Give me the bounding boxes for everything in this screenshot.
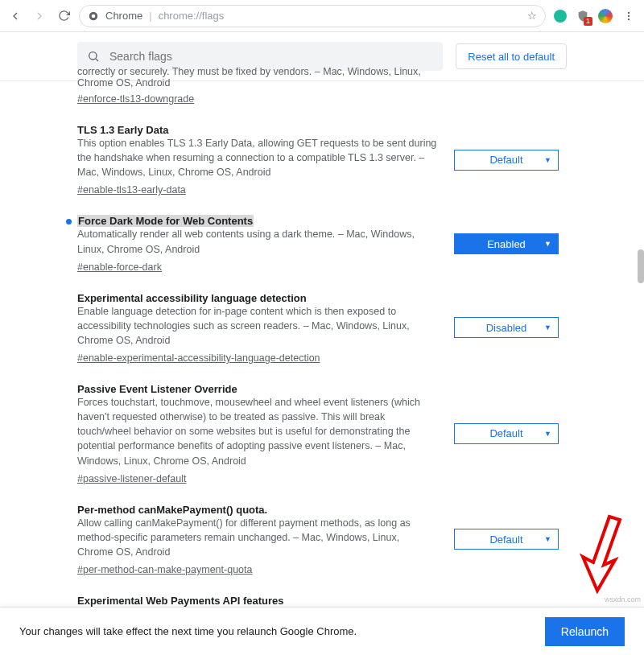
chevron-down-icon: ▼	[544, 430, 551, 438]
flag-desc: This option enables TLS 1.3 Early Data, …	[77, 136, 438, 179]
extension-green-icon[interactable]	[552, 8, 568, 24]
relaunch-button[interactable]: Relaunch	[545, 617, 625, 646]
flag-dropdown-value: Disabled	[486, 322, 527, 334]
flag-title: Passive Event Listener Override	[77, 383, 237, 395]
svg-point-3	[628, 14, 630, 16]
extension-badge: 1	[584, 17, 592, 26]
flag-desc: Allow calling canMakePayment() for diffe…	[77, 516, 438, 559]
omnibox-path: chrome://flags	[159, 10, 225, 22]
flag-row: Per-method canMakePayment() quota.Allow …	[77, 492, 567, 583]
forward-button[interactable]	[31, 7, 48, 25]
svg-point-5	[89, 52, 97, 60]
menu-button[interactable]	[620, 7, 638, 25]
flag-dropdown[interactable]: Default▼	[454, 150, 559, 171]
flag-dropdown-value: Default	[489, 533, 522, 546]
flag-desc: correctly or securely. They must be fixe…	[77, 66, 438, 89]
search-icon	[87, 50, 100, 63]
flags-list: correctly or securely. They must be fixe…	[0, 66, 644, 607]
flag-dropdown[interactable]: Disabled▼	[454, 317, 559, 338]
flag-desc: Automatically render all web contents us…	[77, 227, 438, 256]
chevron-down-icon: ▼	[544, 156, 551, 164]
back-button[interactable]	[6, 7, 24, 25]
relaunch-bar: Your changes will take effect the next t…	[0, 607, 644, 655]
svg-point-1	[92, 14, 96, 18]
flag-dropdown-value: Default	[489, 427, 522, 439]
svg-line-6	[96, 59, 98, 61]
flag-title: Per-method canMakePayment() quota.	[77, 504, 267, 516]
svg-point-2	[628, 11, 630, 13]
flag-dropdown[interactable]: Enabled▼	[454, 233, 559, 254]
profile-avatar[interactable]	[597, 8, 613, 24]
bookmark-star-icon[interactable]: ☆	[527, 10, 537, 22]
flag-anchor[interactable]: #enable-tls13-early-data	[77, 184, 186, 196]
flag-dropdown-value: Enabled	[487, 238, 526, 250]
scrollbar-thumb[interactable]	[638, 249, 644, 283]
modified-dot-icon	[66, 219, 72, 225]
svg-point-4	[628, 18, 630, 19]
flag-dropdown[interactable]: Default▼	[454, 423, 559, 444]
flag-title: TLS 1.3 Early Data	[77, 124, 168, 136]
browser-toolbar: Chrome | chrome://flags ☆ 1	[0, 0, 644, 32]
flag-desc: Forces touchstart, touchmove, mousewheel…	[77, 395, 438, 468]
reload-button[interactable]	[55, 7, 72, 25]
flag-row: TLS 1.3 Early DataThis option enables TL…	[77, 113, 567, 204]
flag-row: Force Dark Mode for Web ContentsAutomati…	[77, 204, 567, 280]
address-bar[interactable]: Chrome | chrome://flags ☆	[79, 5, 546, 27]
chevron-down-icon: ▼	[544, 323, 551, 332]
flag-anchor[interactable]: #per-method-can-make-payment-quota	[77, 564, 252, 575]
flag-row: Passive Event Listener OverrideForces to…	[77, 372, 567, 492]
omnibox-origin: Chrome	[105, 10, 142, 22]
relaunch-text: Your changes will take effect the next t…	[19, 625, 357, 637]
flag-title: Force Dark Mode for Web Contents	[77, 215, 254, 227]
chevron-down-icon: ▼	[544, 535, 551, 543]
flag-title: Experimental accessibility language dete…	[77, 292, 307, 304]
chrome-globe-icon	[88, 10, 99, 22]
flag-title: Experimental Web Payments API features	[77, 595, 283, 607]
chevron-down-icon: ▼	[544, 240, 551, 248]
flag-dropdown[interactable]: Default▼	[454, 529, 559, 550]
search-input[interactable]	[108, 49, 433, 64]
watermark: wsxdn.com	[605, 595, 641, 604]
flag-anchor[interactable]: #enable-experimental-accessibility-langu…	[77, 352, 320, 364]
flag-dropdown-value: Default	[489, 154, 522, 166]
flag-anchor[interactable]: #enable-force-dark	[77, 262, 162, 273]
flag-desc: Enable language detection for in-page co…	[77, 304, 438, 348]
flag-anchor[interactable]: #passive-listener-default	[77, 473, 187, 484]
flag-row: Experimental accessibility language dete…	[77, 281, 567, 372]
flag-anchor[interactable]: #enforce-tls13-downgrade	[77, 93, 194, 105]
extension-shield-icon[interactable]: 1	[575, 8, 591, 24]
flag-row: Experimental Web Payments API featuresEn…	[77, 583, 567, 607]
